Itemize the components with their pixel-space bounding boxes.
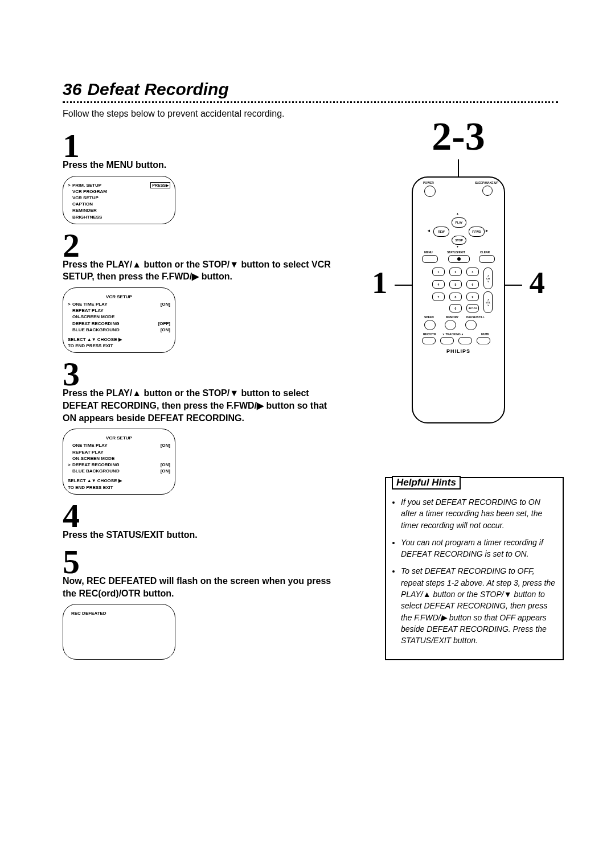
osd-indicator <box>68 314 72 320</box>
osd-row-value: [ON] <box>161 462 170 468</box>
menu-button[interactable] <box>422 255 438 263</box>
num-8-button[interactable]: 8 <box>449 293 462 301</box>
osd-press-label: PRESS▶ <box>150 182 170 189</box>
osd3-title: VCR SETUP <box>68 435 170 441</box>
osd-row-label: REPEAT PLAY <box>72 307 170 314</box>
status-dot-icon <box>457 257 461 261</box>
num-3-button[interactable]: 3 <box>466 268 479 276</box>
num-label: 5 <box>455 283 457 286</box>
num-7-button[interactable]: 7 <box>432 293 445 301</box>
clear-button[interactable] <box>479 255 495 263</box>
num-label: 7 <box>438 295 440 299</box>
num-6-button[interactable]: 6 <box>466 280 479 289</box>
altch-button[interactable]: ALT CH <box>466 304 479 312</box>
osd1-item: REMINDER <box>68 207 170 213</box>
osd-row-value: [ON] <box>161 468 170 474</box>
step-5-number: 5 <box>63 546 336 577</box>
osd-row-value: [ON] <box>161 327 170 333</box>
osd2-foot2: TO END PRESS EXIT <box>68 343 170 349</box>
osd-row-value: [OFF] <box>158 320 170 327</box>
helpful-hints-box: Helpful Hints If you set DEFEAT RECORDIN… <box>385 477 564 660</box>
step-1-text: Press the MENU button. <box>63 159 336 171</box>
sleep-button[interactable] <box>482 186 493 196</box>
osd-vcr-setup-2: VCR SETUP ONE TIME PLAY[ON]REPEAT PLAYON… <box>63 429 175 495</box>
altch-label: ALT CH <box>469 307 477 310</box>
osd-row-label: ONE TIME PLAY <box>72 442 161 449</box>
osd3-foot2: TO END PRESS EXIT <box>68 484 170 491</box>
tri-up-icon: ▲ <box>456 212 459 215</box>
rec-otr-button[interactable] <box>422 337 436 344</box>
osd-indicator <box>68 449 72 455</box>
num-1-button[interactable]: 1 <box>432 268 445 276</box>
num-0-label: 0 <box>455 307 457 310</box>
step-3-number: 3 <box>63 359 336 389</box>
vol-rocker[interactable]: ∧ VOL ∨ <box>483 291 493 313</box>
label-clear: CLEAR <box>480 250 490 254</box>
osd2-foot1: SELECT ▲▼ CHOOSE ▶ <box>68 336 170 343</box>
hints-list: If you set DEFEAT RECORDING to ON after … <box>393 496 556 647</box>
rew-label: REW <box>438 230 445 233</box>
osd-row: REPEAT PLAY <box>68 307 170 314</box>
osd-vcr-setup-1: VCR SETUP >ONE TIME PLAY[ON]REPEAT PLAYO… <box>63 287 175 353</box>
num-2-button[interactable]: 2 <box>449 268 462 276</box>
num-label: 1 <box>438 270 440 274</box>
pause-button[interactable] <box>465 320 477 330</box>
osd1-indicator: > <box>68 182 72 188</box>
step-2-text: Press the PLAY/▲ button or the STOP/▼ bu… <box>63 258 336 283</box>
num-4-button[interactable]: 4 <box>432 280 445 289</box>
tri-right-icon: ▶ <box>486 229 488 232</box>
osd1-item-label: BRIGHTNESS <box>72 214 170 220</box>
page-title: Defeat Recording <box>87 80 228 98</box>
tri-left-icon: ◀ <box>428 229 430 232</box>
ch-down-icon: ∨ <box>487 280 489 283</box>
osd-indicator: > <box>68 301 72 307</box>
num-9-button[interactable]: 9 <box>466 293 479 301</box>
rew-button[interactable]: REW <box>433 227 449 237</box>
num-label: 9 <box>472 295 474 299</box>
step-2-number: 2 <box>63 230 336 261</box>
tracking-down-button[interactable] <box>440 337 454 344</box>
osd-indicator: > <box>68 462 72 468</box>
osd-row: BLUE BACKGROUND[ON] <box>68 327 170 333</box>
callout-1: 1 <box>372 265 388 301</box>
label-sleep: SLEEP/WAKE UP <box>475 181 498 184</box>
page-heading: 36Defeat Recording <box>63 80 558 103</box>
num-label: 3 <box>472 270 474 274</box>
label-status: STATUS/EXIT <box>447 250 465 254</box>
step-4-text: Press the STATUS/EXIT button. <box>63 529 336 541</box>
osd-row-label: DEFEAT RECORDING <box>72 462 161 468</box>
ffwd-label: F.FWD <box>472 230 481 233</box>
ffwd-button[interactable]: F.FWD <box>469 227 485 237</box>
osd1-item-label: CAPTION <box>72 201 170 207</box>
osd-indicator <box>68 320 72 327</box>
num-0-button[interactable]: 0 <box>449 304 462 312</box>
step-1-number: 1 <box>63 130 336 161</box>
tracking-up-button[interactable] <box>458 337 472 344</box>
label-menu: MENU <box>424 250 433 254</box>
osd-indicator <box>68 468 72 474</box>
brand-label: PHILIPS <box>413 348 504 354</box>
callout-line-top <box>458 159 459 176</box>
ch-rocker[interactable]: ∧ CH ∨ <box>483 268 493 289</box>
osd-row-value: [ON] <box>161 301 170 307</box>
hint-item: You can not program a timer recording if… <box>401 537 556 560</box>
osd1-item-label: PRIM. SETUP <box>72 182 150 188</box>
memory-button[interactable] <box>445 320 456 330</box>
osd-indicator <box>68 307 72 314</box>
label-rec: REC/OTR <box>423 332 436 336</box>
osd1-item-label: VCR SETUP <box>72 195 170 201</box>
osd1-indicator <box>68 188 72 195</box>
stop-button[interactable]: STOP <box>452 236 466 245</box>
mute-button[interactable] <box>477 337 490 344</box>
osd2-title: VCR SETUP <box>68 294 170 300</box>
num-label: 8 <box>455 295 457 299</box>
num-5-button[interactable]: 5 <box>449 280 462 289</box>
step-3-text: Press the PLAY/▲ button or the STOP/▼ bu… <box>63 387 336 424</box>
speed-button[interactable] <box>424 320 436 330</box>
osd-row-label: ON-SCREEN MODE <box>72 314 170 320</box>
play-button[interactable]: PLAY <box>452 217 466 228</box>
power-button[interactable] <box>424 186 436 197</box>
osd1-item: >PRIM. SETUP <box>68 182 150 188</box>
osd-indicator <box>68 327 72 333</box>
status-exit-button[interactable] <box>448 255 470 263</box>
